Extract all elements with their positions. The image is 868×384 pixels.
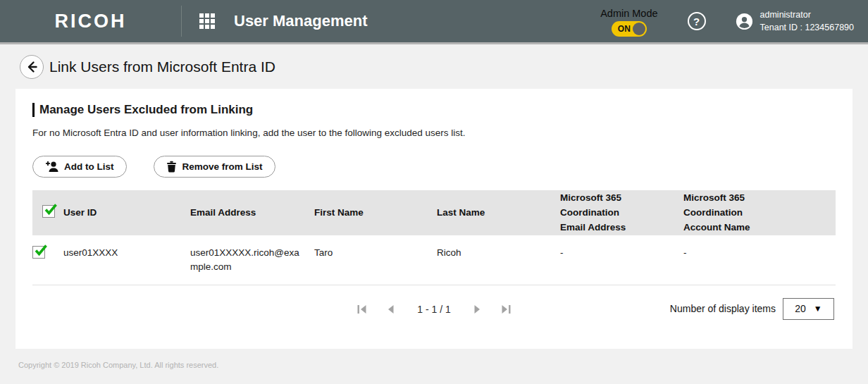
- content-card: Manage Users Excluded from Linking For n…: [16, 89, 852, 349]
- cell-last-name: Ricoh: [437, 235, 560, 285]
- cell-m365-account: -: [683, 235, 836, 285]
- add-user-icon: [45, 161, 58, 173]
- first-page-button[interactable]: [356, 304, 368, 315]
- brand-box: RICOH: [0, 6, 182, 37]
- row-checkbox[interactable]: [32, 246, 45, 259]
- column-header-last-name: Last Name: [437, 190, 560, 235]
- column-header-email: Email Address: [190, 190, 314, 235]
- check-icon: [43, 202, 58, 218]
- next-page-button[interactable]: [473, 304, 482, 315]
- page-footer: Copyright © 2019 Ricoh Company, Ltd. All…: [0, 349, 868, 371]
- back-arrow-icon: [25, 60, 39, 74]
- cell-first-name: Taro: [314, 235, 437, 285]
- toolbar: Add to List Remove from List: [32, 156, 836, 178]
- user-account-menu[interactable]: administrator Tenant ID : 1234567890: [736, 8, 854, 34]
- first-page-icon: [356, 304, 368, 315]
- column-header-first-name: First Name: [314, 190, 437, 235]
- pager: 1 - 1 / 1: [356, 304, 511, 315]
- last-page-icon: [500, 304, 512, 315]
- previous-page-icon: [386, 304, 395, 315]
- user-name: administrator: [760, 8, 854, 21]
- toggle-knob: [633, 23, 645, 35]
- admin-mode-toggle[interactable]: ON: [612, 21, 647, 37]
- toggle-on-label: ON: [618, 24, 631, 34]
- display-items-value: 20: [795, 303, 806, 314]
- excluded-users-table: User ID Email Address First Name Last Na…: [32, 190, 836, 285]
- trash-icon: [166, 161, 177, 173]
- admin-mode-block: Admin Mode ON: [600, 8, 657, 37]
- check-icon: [33, 243, 49, 259]
- page-title-row: Link Users from Microsoft Entra ID: [0, 44, 868, 89]
- section-heading: Manage Users Excluded from Linking: [32, 103, 836, 117]
- remove-from-list-button[interactable]: Remove from List: [154, 156, 275, 178]
- select-all-checkbox[interactable]: [42, 205, 55, 218]
- display-items-label: Number of display items: [670, 303, 776, 314]
- table-row: user01XXXX user01XXXXX.ricoh@example.com…: [32, 235, 836, 285]
- column-header-user-id: User ID: [63, 190, 190, 235]
- user-texts: administrator Tenant ID : 1234567890: [760, 8, 854, 34]
- header-right: Admin Mode ON ? administrator Tenant ID …: [600, 6, 854, 37]
- previous-page-button[interactable]: [386, 304, 395, 315]
- pagination-row: 1 - 1 / 1 Number of display items 20 ▼: [32, 298, 836, 321]
- page-range: 1 - 1 / 1: [417, 304, 450, 315]
- display-items-control: Number of display items 20 ▼: [670, 298, 834, 320]
- cell-m365-email: -: [560, 235, 683, 285]
- ricoh-logo: RICOH: [55, 11, 127, 32]
- cell-email: user01XXXXX.ricoh@example.com: [190, 235, 314, 285]
- copyright-text: Copyright © 2019 Ricoh Company, Ltd. All…: [18, 361, 218, 369]
- column-header-m365-account: Microsoft 365 Coordination Account Name: [683, 190, 836, 235]
- chevron-down-icon: ▼: [814, 304, 822, 314]
- table-header-row: User ID Email Address First Name Last Na…: [32, 190, 836, 235]
- app-header: RICOH User Management Admin Mode ON ? ad…: [0, 0, 868, 42]
- add-to-list-button[interactable]: Add to List: [32, 156, 127, 178]
- admin-mode-label: Admin Mode: [600, 8, 657, 19]
- last-page-button[interactable]: [500, 304, 512, 315]
- page-title: Link Users from Microsoft Entra ID: [49, 58, 275, 75]
- app-launcher-icon[interactable]: [199, 13, 215, 29]
- display-items-select[interactable]: 20 ▼: [783, 298, 834, 320]
- section-description: For no Microsoft Entra ID and user infor…: [32, 128, 836, 138]
- next-page-icon: [473, 304, 482, 315]
- cell-user-id: user01XXXX: [63, 235, 190, 285]
- back-button[interactable]: [20, 55, 44, 79]
- remove-from-list-label: Remove from List: [182, 161, 263, 172]
- app-title: User Management: [234, 12, 368, 30]
- add-to-list-label: Add to List: [64, 161, 114, 172]
- tenant-id: Tenant ID : 1234567890: [760, 21, 854, 34]
- help-icon[interactable]: ?: [688, 12, 706, 30]
- column-header-m365-email: Microsoft 365 Coordination Email Address: [560, 190, 683, 235]
- user-avatar-icon: [736, 13, 753, 30]
